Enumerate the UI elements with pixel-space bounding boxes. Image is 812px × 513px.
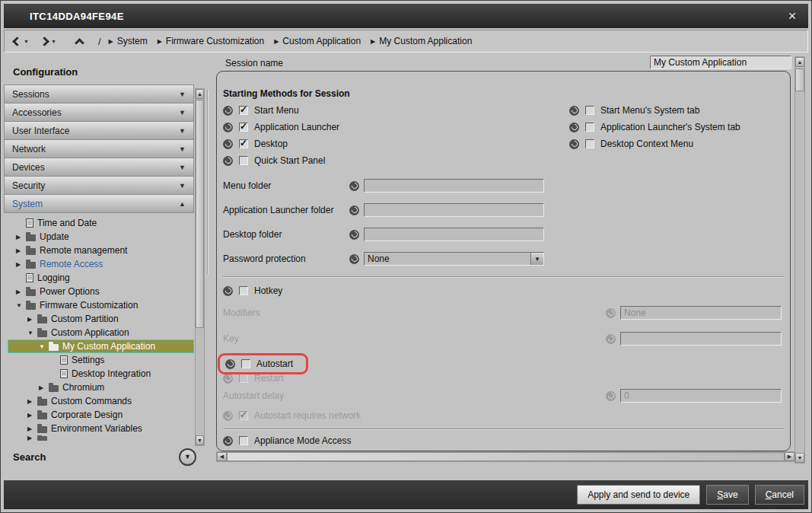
collapse-arrow-icon[interactable]: ▼ <box>16 302 26 309</box>
tree-item-custom-partition[interactable]: ▶Custom Partition <box>4 312 194 326</box>
collapse-arrow-icon[interactable]: ▼ <box>27 330 37 336</box>
scroll-left-icon[interactable]: ◀ <box>217 452 227 461</box>
titlebar: ITC14DDA94FE94E × <box>4 4 808 28</box>
reset-parameter-icon[interactable] <box>349 254 359 264</box>
tree-item-update[interactable]: ▶Update <box>4 230 194 244</box>
application-launcher-folder-row: Application Launcher folder <box>222 202 785 218</box>
tree-item-clipped[interactable]: ▶ <box>4 435 194 441</box>
reset-parameter-icon[interactable] <box>223 156 233 166</box>
expand-arrow-icon[interactable]: ▶ <box>16 247 26 254</box>
accordion-item-security[interactable]: Security▼ <box>4 176 194 195</box>
breadcrumb-item-my-custom-application[interactable]: ▶My Custom Application <box>371 36 472 46</box>
expand-arrow-icon[interactable]: ▶ <box>27 316 37 323</box>
menu-folder-input[interactable] <box>364 179 544 193</box>
reset-parameter-icon[interactable] <box>223 123 233 132</box>
start-menu-checkbox[interactable] <box>239 106 248 115</box>
reset-parameter-icon[interactable] <box>223 436 233 446</box>
quick-start-panel-checkbox[interactable] <box>239 156 248 165</box>
scroll-down-icon[interactable]: ▼ <box>196 435 204 445</box>
expand-arrow-icon[interactable]: ▶ <box>27 435 37 441</box>
expand-arrow-icon[interactable]: ▶ <box>16 261 26 268</box>
appliance-mode-access-checkbox[interactable] <box>239 436 248 445</box>
reset-parameter-icon[interactable] <box>569 123 579 132</box>
apply-and-send-button[interactable]: Apply and send to device <box>577 485 700 505</box>
desktop-checkbox[interactable] <box>239 139 248 148</box>
tree-item-desktop-integration[interactable]: Desktop Integration <box>4 367 194 381</box>
tree-scrollbar[interactable]: ▲ ▼ <box>195 88 205 446</box>
reset-parameter-icon[interactable] <box>225 359 235 369</box>
start-menu-system-tab-checkbox[interactable] <box>585 106 594 115</box>
tree-item-firmware-customization[interactable]: ▼Firmware Customization <box>4 298 194 312</box>
vertical-scrollbar-thumb[interactable] <box>795 69 804 91</box>
accordion-item-network[interactable]: Network▼ <box>4 139 194 158</box>
tree-item-remote-management[interactable]: ▶Remote management <box>4 244 194 257</box>
expand-arrow-icon[interactable]: ▶ <box>27 425 37 432</box>
horizontal-scrollbar-thumb[interactable] <box>227 452 785 461</box>
reset-parameter-icon[interactable] <box>349 230 359 240</box>
reset-parameter-icon[interactable] <box>349 206 359 215</box>
password-protection-select[interactable]: None ▼ <box>364 252 544 266</box>
tree-item-settings[interactable]: Settings <box>4 353 194 367</box>
reset-parameter-icon[interactable] <box>223 139 233 149</box>
tree-item-my-custom-application[interactable]: ▼My Custom Application <box>8 339 194 353</box>
accordion-item-accessories[interactable]: Accessories▼ <box>4 103 194 122</box>
autostart-delay-input <box>620 389 782 403</box>
close-icon[interactable]: × <box>784 9 801 23</box>
nav-back-button[interactable]: ▼ <box>14 38 29 45</box>
application-launcher-system-tab-checkbox[interactable] <box>585 123 594 132</box>
accordion-item-devices[interactable]: Devices▼ <box>4 158 194 177</box>
expand-arrow-icon[interactable]: ▶ <box>39 384 49 391</box>
reset-parameter-icon[interactable] <box>349 181 359 191</box>
session-name-input[interactable] <box>650 56 791 69</box>
field-label: Password protection <box>223 253 349 264</box>
accordion-item-system[interactable]: System▲ <box>4 194 194 213</box>
folder-icon <box>26 262 36 269</box>
tree-item-power-options[interactable]: ▶Power Options <box>4 285 194 298</box>
nav-forward-button[interactable]: ▼ <box>41 38 56 45</box>
back-history-caret-icon[interactable]: ▼ <box>24 39 29 44</box>
search-expand-button[interactable]: ▼ <box>179 448 196 466</box>
horizontal-scrollbar[interactable]: ◀ ▶ <box>216 451 795 462</box>
application-launcher-folder-input[interactable] <box>364 203 544 217</box>
expand-arrow-icon[interactable]: ▶ <box>27 412 37 419</box>
reset-parameter-icon[interactable] <box>223 106 233 116</box>
dropdown-button[interactable]: ▼ <box>530 253 543 265</box>
cancel-button[interactable]: Cancel <box>755 485 804 505</box>
collapse-arrow-icon[interactable]: ▼ <box>39 343 49 350</box>
expand-arrow-icon[interactable]: ▶ <box>16 288 26 295</box>
tree-item-logging[interactable]: Logging <box>4 271 194 285</box>
reset-parameter-icon[interactable] <box>223 286 233 296</box>
tree-item-time-and-date[interactable]: Time and Date <box>4 216 194 230</box>
accordion-item-user-interface[interactable]: User Interface▼ <box>4 121 194 140</box>
footer-bar: Apply and send to device Save Cancel <box>4 480 808 509</box>
tree-item-corporate-design[interactable]: ▶Corporate Design <box>4 408 194 422</box>
save-button[interactable]: Save <box>706 485 748 505</box>
accordion-item-sessions[interactable]: Sessions▼ <box>4 84 194 104</box>
tree-item-chromium[interactable]: ▶Chromium <box>4 381 194 394</box>
expand-arrow-icon[interactable]: ▶ <box>16 234 26 241</box>
hotkey-checkbox[interactable] <box>239 286 248 295</box>
application-launcher-checkbox[interactable] <box>239 123 248 132</box>
tree-item-remote-access[interactable]: ▶Remote Access <box>4 257 194 271</box>
scroll-down-icon[interactable]: ▼ <box>795 453 804 463</box>
reset-parameter-icon[interactable] <box>569 139 579 149</box>
tree-item-custom-commands[interactable]: ▶Custom Commands <box>4 394 194 408</box>
breadcrumb-item-custom-application[interactable]: ▶Custom Application <box>274 36 361 46</box>
breadcrumb-item-system[interactable]: ▶System <box>109 36 148 46</box>
desktop-context-menu-checkbox[interactable] <box>585 139 594 148</box>
reset-parameter-icon[interactable] <box>569 106 579 116</box>
scroll-up-icon[interactable]: ▲ <box>196 89 204 99</box>
breadcrumb-root[interactable]: / <box>98 36 101 47</box>
tree-item-environment-variables[interactable]: ▶Environment Variables <box>4 422 194 435</box>
scroll-up-icon[interactable]: ▲ <box>795 57 804 67</box>
vertical-scrollbar[interactable]: ▲ ▼ <box>794 56 805 464</box>
desktop-folder-input[interactable] <box>364 228 544 241</box>
nav-up-button[interactable] <box>76 37 83 46</box>
breadcrumb-item-firmware-customization[interactable]: ▶Firmware Customization <box>158 36 265 46</box>
tree-item-custom-application[interactable]: ▼Custom Application <box>4 326 194 339</box>
scroll-right-icon[interactable]: ▶ <box>785 452 794 461</box>
tree-scrollbar-thumb[interactable] <box>196 100 204 328</box>
forward-history-caret-icon[interactable]: ▼ <box>51 39 56 44</box>
expand-arrow-icon[interactable]: ▶ <box>27 398 37 405</box>
autostart-checkbox[interactable] <box>241 359 250 368</box>
